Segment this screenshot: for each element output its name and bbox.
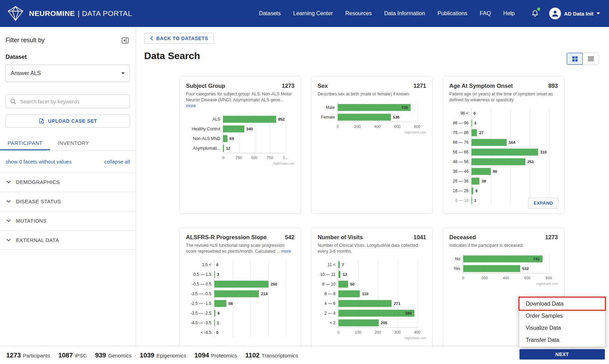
dataset-label: Dataset bbox=[6, 54, 130, 60]
user-menu[interactable]: AD Data Init bbox=[549, 8, 600, 19]
bar-track: 9 bbox=[471, 186, 558, 196]
bar bbox=[214, 271, 215, 278]
category-label: 0.5 — 1.5 bbox=[186, 272, 214, 277]
more-link[interactable]: more bbox=[281, 249, 291, 254]
footer-stat-ipsc: 1087iPSC bbox=[58, 352, 87, 359]
card-header: Subject Group1273 bbox=[186, 83, 294, 89]
category-label: 26 — 36 bbox=[449, 179, 471, 184]
bar-track: 3 bbox=[214, 270, 294, 279]
nav-item-learning-center[interactable]: Learning Center bbox=[293, 10, 333, 17]
nav-item-publications[interactable]: Publications bbox=[438, 10, 467, 17]
footer-stats: 1273Participants1087iPSC939Genomics1039E… bbox=[0, 347, 609, 364]
facet-section-external-data[interactable]: EXTERNAL DATA bbox=[0, 230, 135, 250]
tab-participant[interactable]: PARTICIPANT bbox=[0, 136, 50, 150]
category-label: 56 — 66 bbox=[449, 150, 471, 155]
bar bbox=[214, 319, 215, 326]
bar-track: 735 bbox=[338, 103, 426, 112]
chart-row: Non-ALS MND69 bbox=[186, 134, 294, 143]
more-link[interactable]: more bbox=[186, 103, 196, 108]
highcharts-credit[interactable]: Highcharts.com bbox=[318, 336, 426, 340]
chart-row: 0.5 — 1.53 bbox=[186, 270, 294, 279]
chart-row: 16 — 269 bbox=[449, 186, 558, 196]
footer-stat-participants: 1273Participants bbox=[6, 352, 50, 359]
chart-number-of-visits: 11 <710 — 11128 — 10506 — 81104 — 62712 … bbox=[318, 260, 426, 340]
menu-item-order-samples[interactable]: Order Samples bbox=[519, 310, 605, 322]
sidebar-sections: DEMOGRAPHICSDISEASE STATUSMUTATIONSEXTER… bbox=[0, 172, 135, 250]
bar-value-label: 251 bbox=[527, 160, 534, 164]
chart-age-at-symptom-onset: 96 <086 — 96376 — 862766 — 7616456 — 663… bbox=[449, 109, 558, 205]
page-title: Data Search bbox=[144, 50, 200, 62]
chart-sex: Male735Female5360200400600800Highcharts.… bbox=[318, 103, 426, 134]
axis-tick-label: 0 bbox=[337, 124, 339, 129]
stat-label: Participants bbox=[23, 353, 50, 358]
axis-tick-label: 750 bbox=[267, 156, 273, 160]
list-view-button[interactable] bbox=[583, 53, 599, 65]
card-count: 1271 bbox=[413, 83, 426, 89]
chart-row: 36 — 4690 bbox=[449, 167, 558, 176]
category-label: 10 — 11 bbox=[318, 272, 338, 277]
facet-section-disease-status[interactable]: DISEASE STATUS bbox=[0, 192, 135, 211]
bar-value-label: 3 bbox=[217, 272, 219, 277]
axis-tick-label: 200 bbox=[481, 276, 488, 280]
notifications-button[interactable] bbox=[531, 9, 539, 18]
highcharts-credit[interactable]: Highcharts.com bbox=[186, 162, 294, 165]
axis-tick-label: 100 bbox=[355, 330, 361, 334]
category-label: 6 — 16 bbox=[449, 198, 471, 203]
notification-dot bbox=[537, 8, 540, 11]
bar-track: 58 bbox=[214, 299, 294, 308]
highcharts-credit[interactable]: Highcharts.com bbox=[449, 282, 558, 286]
next-button[interactable]: NEXT bbox=[519, 349, 605, 360]
nav-item-faq[interactable]: FAQ bbox=[480, 10, 491, 17]
brand[interactable]: NEUROMINE| DATA PORTAL bbox=[7, 6, 132, 21]
axis-tick-label: 200 bbox=[375, 330, 381, 334]
facet-section-label: MUTATIONS bbox=[16, 218, 47, 224]
bar-track: 6 bbox=[214, 308, 294, 318]
category-label: 76 — 86 bbox=[449, 130, 471, 135]
bar-track: 0 bbox=[214, 260, 294, 270]
show-facets-link[interactable]: show 0 facets without values bbox=[6, 159, 72, 165]
bar-value-label: 1 bbox=[217, 321, 219, 325]
dataset-select[interactable]: Answer ALS bbox=[6, 65, 130, 82]
facet-section-label: DISEASE STATUS bbox=[16, 198, 61, 204]
bar-value-label: 271 bbox=[394, 301, 400, 306]
stat-value: 1102 bbox=[245, 352, 260, 359]
bar-track: 110 bbox=[338, 289, 426, 299]
category-label: Female bbox=[318, 115, 338, 120]
upload-case-set-button[interactable]: UPLOAD CASE SET bbox=[6, 114, 130, 128]
axis-tick-label: 800 bbox=[546, 276, 552, 280]
menu-item-transfer-data[interactable]: Transfer Data bbox=[519, 334, 605, 346]
bar-value-label: 214 bbox=[261, 292, 268, 296]
nav-item-data-information[interactable]: Data Information bbox=[384, 10, 425, 17]
highcharts-credit[interactable]: Highcharts.com bbox=[318, 131, 426, 134]
grid-view-button[interactable] bbox=[567, 53, 583, 65]
axis-tick-label: 500 bbox=[251, 156, 257, 160]
top-navbar: NEUROMINE| DATA PORTAL DatasetsLearning … bbox=[0, 0, 609, 27]
tab-inventory[interactable]: INVENTORY bbox=[50, 136, 97, 150]
stat-label: iPSC bbox=[75, 353, 87, 358]
collapse-panel-icon[interactable] bbox=[122, 37, 129, 44]
chart-plot: 11 <710 — 11128 — 10506 — 81104 — 62712 … bbox=[318, 260, 426, 328]
menu-item-download-data[interactable]: Download Data bbox=[519, 298, 605, 310]
chart-row: 66 — 76164 bbox=[449, 138, 558, 147]
expand-button[interactable]: EXPAND bbox=[528, 198, 559, 208]
nav-item-datasets[interactable]: Datasets bbox=[259, 10, 281, 17]
facet-section-demographics[interactable]: DEMOGRAPHICS bbox=[0, 172, 135, 192]
bar bbox=[471, 168, 491, 175]
menu-item-visualize-data[interactable]: Visualize Data bbox=[519, 322, 605, 334]
chart-row: 46 — 56251 bbox=[449, 157, 558, 167]
facet-section-mutations[interactable]: MUTATIONS bbox=[0, 211, 135, 230]
facet-search-input[interactable] bbox=[19, 98, 125, 105]
list-view-icon bbox=[588, 56, 594, 61]
chart-row: Healthy Control340 bbox=[186, 124, 294, 134]
nav-item-resources[interactable]: Resources bbox=[345, 10, 372, 17]
bar-value-label: 9 bbox=[475, 189, 477, 193]
collapse-all-link[interactable]: collapse all bbox=[104, 159, 130, 165]
chart-row: < 2205 bbox=[318, 318, 426, 328]
nav-item-help[interactable]: Help bbox=[503, 10, 515, 17]
upload-case-set-label: UPLOAD CASE SET bbox=[48, 118, 97, 124]
category-label: < 2 bbox=[318, 320, 338, 325]
chart-deceased: No741Yes5320200400600800Highcharts.com bbox=[449, 254, 558, 286]
chart-row: Female536 bbox=[318, 112, 426, 122]
back-to-datasets-button[interactable]: BACK TO DATASETS bbox=[144, 33, 214, 44]
chart-row: -3.5 — -2.56 bbox=[186, 308, 294, 318]
